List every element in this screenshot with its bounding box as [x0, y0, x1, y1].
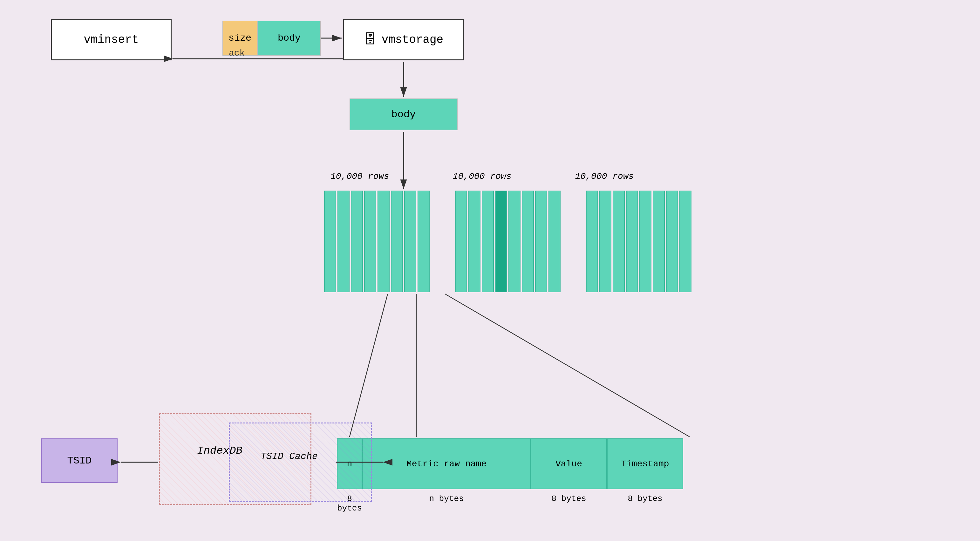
byte-label-4: 8 bytes — [607, 494, 683, 513]
col-stripe — [468, 191, 480, 292]
col-stripe — [612, 191, 625, 292]
byte-label-2: n bytes — [362, 494, 531, 513]
indexdb-area: IndexDB TSID Cache — [159, 413, 381, 508]
col-stripe — [653, 191, 665, 292]
column-block-3 — [586, 191, 692, 292]
col-stripe — [586, 191, 598, 292]
value-cell: Value — [531, 438, 607, 489]
columns-area — [324, 191, 692, 292]
rows-labels: 10,000 rows 10,000 rows 10,000 rows — [331, 172, 634, 181]
col-stripe — [391, 191, 403, 292]
col-stripe — [337, 191, 350, 292]
col-stripe — [666, 191, 678, 292]
tsid-cache-label: TSID Cache — [261, 451, 318, 462]
diagram: vminsert size body 🗄 vmstorage body 10,0… — [0, 0, 980, 541]
col-stripe — [640, 191, 651, 292]
col-stripe — [351, 191, 363, 292]
col-stripe — [404, 191, 416, 292]
metric-cell: Metric raw name — [362, 438, 531, 489]
col-stripe — [599, 191, 611, 292]
tsid-box: TSID — [41, 438, 118, 483]
packet-container: size body — [223, 21, 321, 56]
column-block-1 — [324, 191, 430, 292]
col-stripe-highlight — [495, 191, 507, 292]
database-icon: 🗄 — [364, 32, 377, 47]
indexdb-label: IndexDB — [197, 445, 242, 457]
col-stripe — [679, 191, 692, 292]
col-stripe — [535, 191, 547, 292]
rows-label-2: 10,000 rows — [453, 172, 512, 181]
col-stripe — [549, 191, 560, 292]
byte-labels: 8 bytes n bytes 8 bytes 8 bytes — [337, 494, 683, 513]
packet-size: size — [223, 21, 258, 56]
col-stripe — [626, 191, 638, 292]
column-block-2 — [455, 191, 560, 292]
vminsert-label: vminsert — [84, 33, 139, 46]
row-entry: n Metric raw name Value Timestamp — [337, 438, 683, 489]
col-stripe — [455, 191, 467, 292]
col-stripe — [482, 191, 494, 292]
col-stripe — [364, 191, 376, 292]
vmstorage-box: 🗄 vmstorage — [343, 19, 464, 60]
col-stripe — [324, 191, 336, 292]
rows-label-1: 10,000 rows — [331, 172, 389, 181]
col-stripe — [377, 191, 390, 292]
col-stripe — [508, 191, 520, 292]
timestamp-cell: Timestamp — [607, 438, 683, 489]
rows-label-3: 10,000 rows — [575, 172, 634, 181]
vmstorage-label: vmstorage — [382, 33, 443, 46]
body-box: body — [350, 99, 458, 130]
vminsert-box: vminsert — [51, 19, 172, 60]
col-stripe — [418, 191, 430, 292]
fan-line-right — [445, 294, 690, 437]
tsid-cache-dashed-border — [229, 423, 372, 502]
packet-body: body — [258, 21, 321, 56]
col-stripe — [522, 191, 534, 292]
byte-label-3: 8 bytes — [531, 494, 607, 513]
